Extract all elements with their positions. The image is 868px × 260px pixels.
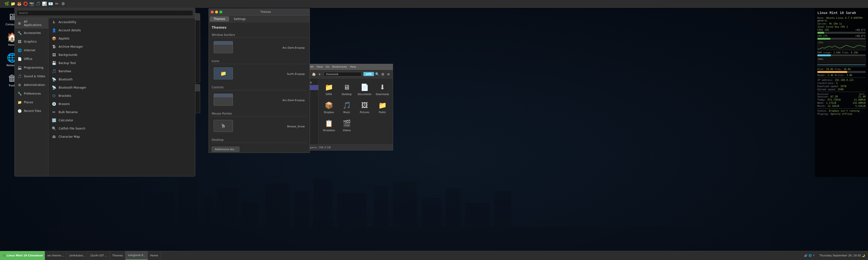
menu-cat-accessories[interactable]: 🔧 Accessories bbox=[15, 29, 48, 37]
panel-icon-edit[interactable]: ✏ bbox=[54, 1, 60, 7]
sysmon-base: Base: Ubuntu Linux 4.7.4-040704-generic bbox=[817, 16, 866, 22]
taskbar-windows: arc-theme-... [erikduboi... [Surfn GIT .… bbox=[45, 251, 802, 260]
fm-menu-view[interactable]: View bbox=[317, 65, 323, 68]
fm-file-data[interactable]: 📁 DATA bbox=[321, 81, 337, 97]
bt-manager-app-icon: 📡 bbox=[51, 85, 57, 90]
sysmon-week-traffic: Week: 1.17GiB 116.00MiB bbox=[817, 102, 866, 104]
themes-close-btn[interactable] bbox=[211, 10, 214, 13]
themes-window-borders-section: Window borders Arc-Dark-Evopop bbox=[212, 32, 307, 54]
themes-tab-themes[interactable]: Themes bbox=[210, 16, 229, 22]
themes-tab-settings[interactable]: Settings bbox=[230, 16, 250, 22]
sysmon-ram-bar bbox=[817, 54, 866, 56]
bulk-rename-app-icon: ✏ bbox=[51, 110, 57, 115]
fm-file-dropbox[interactable]: 📦 Dropbox bbox=[321, 99, 337, 115]
menu-cat-graphics[interactable]: 🖼 Graphics bbox=[15, 37, 48, 46]
panel-icon-files[interactable]: 📁 bbox=[10, 1, 16, 7]
app-bulk-rename[interactable]: ✏ Bulk Rename bbox=[49, 108, 195, 116]
app-brasero[interactable]: 💿 Brasero bbox=[49, 100, 195, 108]
menu-cat-sound[interactable]: 🎵 Sound & Video bbox=[15, 72, 48, 81]
mouse-option[interactable]: 🖱 Breeze_Snow bbox=[212, 118, 307, 134]
panel-icon-mint[interactable]: 🌿 bbox=[4, 1, 10, 7]
tray-icon-network[interactable]: 🌐 bbox=[808, 254, 812, 257]
taskbar-window-3[interactable]: Themes bbox=[110, 251, 126, 260]
panel-icon-settings[interactable]: ⚙ bbox=[60, 1, 66, 7]
app-bluetooth-manager[interactable]: 📡 Bluetooth Manager bbox=[49, 83, 195, 92]
app-archive[interactable]: 🗜 Archive Manager bbox=[49, 43, 195, 51]
brackets-app-icon: {} bbox=[51, 93, 57, 99]
menu-search-input[interactable] bbox=[17, 10, 193, 16]
fm-file-music[interactable]: 🎵 Music bbox=[339, 99, 355, 115]
add-remove-button[interactable]: Add/remove des... bbox=[212, 147, 240, 152]
fm-file-pictures[interactable]: 🖼 Pictures bbox=[356, 99, 373, 115]
music-folder-name: Music bbox=[343, 111, 350, 114]
taskbar-window-5[interactable]: Home bbox=[148, 251, 161, 260]
tray-icon-volume[interactable]: 🔊 bbox=[804, 254, 807, 257]
fm-view-btn[interactable]: ⊞ bbox=[380, 71, 385, 77]
fm-file-documents[interactable]: 📄 Documents bbox=[356, 81, 373, 97]
controls-preview bbox=[214, 94, 233, 106]
fm-search-btn[interactable]: 🔍 bbox=[375, 71, 379, 77]
fm-file-templates[interactable]: 📋 Templates bbox=[321, 117, 337, 133]
app-brackets[interactable]: {} Brackets bbox=[49, 92, 195, 100]
fm-file-desktop[interactable]: 🖥 Desktop bbox=[339, 81, 355, 97]
panel-icon-chromium[interactable]: ⭕ bbox=[23, 1, 28, 7]
app-character-map[interactable]: Ω Character Map bbox=[49, 133, 195, 141]
fm-new-tab-btn[interactable]: + bbox=[317, 71, 322, 77]
app-banshee[interactable]: 🎵 Banshee bbox=[49, 67, 195, 75]
fm-user-btn[interactable]: erik bbox=[363, 72, 374, 76]
app-applets[interactable]: 📦 Applets bbox=[49, 34, 195, 43]
menu-cat-admin[interactable]: ⚙ Administration bbox=[15, 81, 48, 89]
fm-view-list-btn[interactable]: ≡ bbox=[386, 71, 391, 77]
app-accessibility[interactable]: ♿ Accessibility bbox=[49, 18, 195, 26]
controls-option[interactable]: Arc-Dark-Evopop bbox=[212, 92, 307, 107]
app-backup[interactable]: 💾 Backup Tool bbox=[49, 59, 195, 67]
taskbar-start-button[interactable]: 🌿 Linux Mint 18 Cinnamon bbox=[0, 251, 45, 260]
app-calculator[interactable]: 🔢 Calculator bbox=[49, 116, 195, 124]
panel-icon-email[interactable]: 📧 bbox=[48, 1, 54, 7]
app-catfish[interactable]: 🔍 Catfish File Search bbox=[49, 124, 195, 133]
menu-cat-all[interactable]: ⊞ All Applications bbox=[15, 18, 48, 29]
fm-file-videos[interactable]: 🎬 Videos bbox=[339, 117, 355, 133]
fm-home-btn[interactable]: 🏠 bbox=[311, 71, 316, 77]
fm-menu-help[interactable]: Help bbox=[350, 65, 356, 68]
menu-cat-office[interactable]: 📄 Office bbox=[15, 54, 48, 63]
taskbar-window-2[interactable]: [Surfn GIT ... bbox=[88, 251, 110, 260]
menu-cat-internet[interactable]: 🌐 Internet bbox=[15, 46, 48, 54]
window-borders-option[interactable]: Arc-Dark-Evopop bbox=[212, 40, 307, 54]
app-bluetooth[interactable]: 📡 Bluetooth bbox=[49, 75, 195, 83]
pictures-folder-icon: 🖼 bbox=[360, 100, 369, 110]
fm-file-public[interactable]: 📁 Public bbox=[374, 99, 390, 115]
themes-max-btn[interactable] bbox=[219, 10, 222, 13]
panel-icon-firefox[interactable]: 🦊 bbox=[17, 1, 22, 7]
panel-icon-monitor[interactable]: 📊 bbox=[41, 1, 47, 7]
fm-menu-bookmarks[interactable]: Bookmarks bbox=[332, 65, 347, 68]
themes-tab-bar: Themes Settings bbox=[209, 15, 310, 23]
icons-option[interactable]: 📁 Surfn Evopop bbox=[212, 66, 307, 81]
menu-cat-places[interactable]: 📁 Places bbox=[15, 98, 48, 107]
menu-cat-preferences[interactable]: 🔧 Preferences bbox=[15, 89, 48, 98]
themes-title: Themes bbox=[224, 10, 308, 13]
desktop-theme-label: Desktop bbox=[212, 137, 307, 143]
taskbar-clock[interactable]: Thursday September 29, 19:35 🌙 bbox=[817, 254, 868, 257]
menu-cat-programming[interactable]: 💻 Programming bbox=[15, 63, 48, 72]
fm-menu-go[interactable]: Go bbox=[326, 65, 329, 68]
music-folder-icon: 🎵 bbox=[342, 100, 351, 110]
app-backgrounds[interactable]: 🖼 Backgrounds bbox=[49, 51, 195, 59]
sysmon-cpu1-temp: +40.0°C bbox=[856, 29, 866, 31]
menu-cat-recent[interactable]: 🕐 Recent Files bbox=[15, 107, 48, 115]
sysmon-cpu2-fill bbox=[817, 38, 830, 40]
themes-min-btn[interactable] bbox=[215, 10, 218, 13]
tray-icon-power[interactable]: ⚡ bbox=[813, 254, 815, 257]
app-account[interactable]: 👤 Account details bbox=[49, 26, 195, 34]
svg-rect-13 bbox=[338, 193, 367, 227]
fm-file-downloads[interactable]: ⬇ Downloads bbox=[374, 81, 390, 97]
sysmon-cpu1-fill bbox=[817, 32, 824, 34]
fm-address-bar[interactable] bbox=[324, 72, 362, 76]
taskbar-window-4[interactable]: erik@erik-P... bbox=[125, 251, 148, 260]
applets-app-icon: 📦 bbox=[51, 36, 57, 41]
panel-icon-shotwell[interactable]: 📷 bbox=[29, 1, 35, 7]
panel-icon-music[interactable]: 🎵 bbox=[35, 1, 41, 7]
sysmon-traffic-headers: Received: Sent: bbox=[817, 93, 866, 95]
taskbar-window-0[interactable]: arc-theme-... bbox=[45, 251, 67, 260]
taskbar-window-1[interactable]: [erikduboi... bbox=[67, 251, 88, 260]
